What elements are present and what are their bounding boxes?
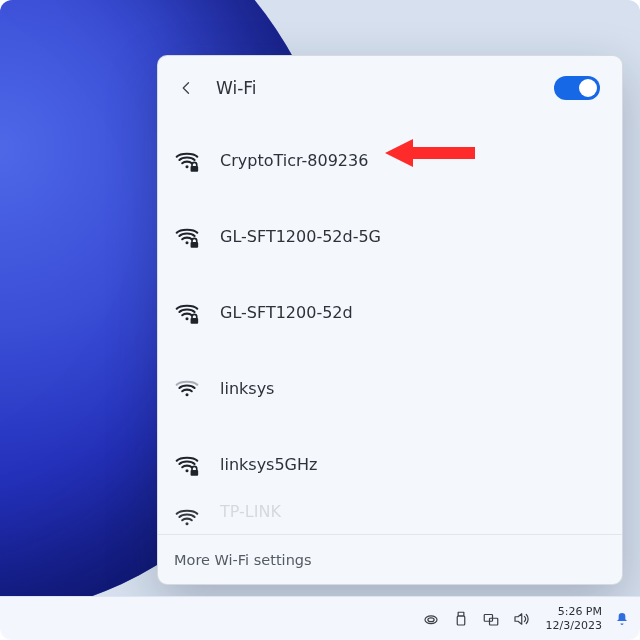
wifi-network-name: TP-LINK xyxy=(220,502,281,521)
wifi-secured-icon xyxy=(172,449,202,479)
wifi-network-list: CryptoTicr-809236 GL-SFT1200-52d-5G GL-S… xyxy=(158,120,622,534)
svg-point-2 xyxy=(185,241,188,244)
svg-rect-14 xyxy=(457,616,465,625)
taskbar-date: 12/3/2023 xyxy=(546,619,602,633)
wifi-network-name: GL-SFT1200-52d xyxy=(220,303,353,322)
svg-point-0 xyxy=(185,165,188,168)
wifi-secured-icon xyxy=(172,297,202,327)
wifi-panel-title: Wi-Fi xyxy=(216,78,540,98)
wifi-flyout-header: Wi-Fi xyxy=(158,56,622,120)
wifi-network-item[interactable]: CryptoTicr-809236 xyxy=(158,122,622,198)
more-wifi-settings-label: More Wi-Fi settings xyxy=(174,552,312,568)
wifi-network-name: linksys xyxy=(220,379,274,398)
bell-icon xyxy=(614,611,630,627)
svg-point-11 xyxy=(425,615,437,623)
wifi-secured-icon xyxy=(172,221,202,251)
wifi-network-item-partial[interactable]: TP-LINK xyxy=(158,502,622,534)
arrow-left-icon xyxy=(178,79,196,97)
wifi-toggle[interactable] xyxy=(554,76,600,100)
wifi-network-name: linksys5GHz xyxy=(220,455,317,474)
tray-volume-icon[interactable] xyxy=(508,606,534,632)
back-button[interactable] xyxy=(172,73,202,103)
wifi-secured-icon xyxy=(172,145,202,175)
svg-point-12 xyxy=(427,617,433,621)
wifi-flyout-panel: Wi-Fi CryptoTicr-809236 GL-SFT1200-52d-5… xyxy=(157,55,623,585)
svg-point-9 xyxy=(185,522,188,525)
svg-rect-1 xyxy=(191,166,199,172)
svg-point-4 xyxy=(185,317,188,320)
svg-rect-8 xyxy=(191,470,199,476)
wifi-network-name: CryptoTicr-809236 xyxy=(220,151,368,170)
svg-point-6 xyxy=(185,393,188,396)
wifi-secured-icon xyxy=(172,502,202,532)
wifi-network-item[interactable]: linksys5GHz xyxy=(158,426,622,502)
svg-rect-3 xyxy=(191,242,199,248)
wifi-network-item[interactable]: GL-SFT1200-52d-5G xyxy=(158,198,622,274)
tray-cloud-sync-icon[interactable] xyxy=(418,606,444,632)
more-wifi-settings-link[interactable]: More Wi-Fi settings xyxy=(158,534,622,584)
notifications-button[interactable] xyxy=(610,606,634,632)
system-tray: 5:26 PM 12/3/2023 xyxy=(418,605,634,633)
tray-usb-icon[interactable] xyxy=(448,606,474,632)
wifi-network-item[interactable]: linksys xyxy=(158,350,622,426)
tray-network-icon[interactable] xyxy=(478,606,504,632)
wifi-network-item[interactable]: GL-SFT1200-52d xyxy=(158,274,622,350)
taskbar: 5:26 PM 12/3/2023 xyxy=(0,596,640,640)
svg-point-7 xyxy=(185,469,188,472)
taskbar-clock[interactable]: 5:26 PM 12/3/2023 xyxy=(538,605,606,633)
taskbar-time: 5:26 PM xyxy=(558,605,602,619)
svg-rect-5 xyxy=(191,318,199,324)
wifi-network-name: GL-SFT1200-52d-5G xyxy=(220,227,381,246)
wifi-open-icon xyxy=(172,373,202,403)
